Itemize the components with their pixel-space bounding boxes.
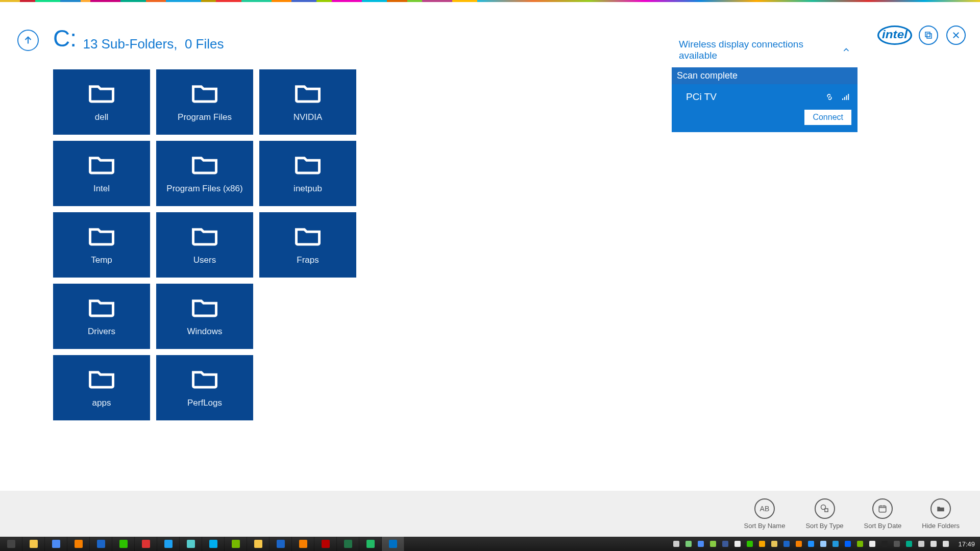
taskbar-app-explorer[interactable] <box>22 537 45 551</box>
tray-nvidia-icon[interactable] <box>856 540 864 548</box>
taskbar-app-tweetdeck[interactable] <box>157 537 180 551</box>
taskbar-app-vlc[interactable] <box>67 537 90 551</box>
taskbar-app-intel-widi[interactable] <box>382 537 404 551</box>
taskbar-app-explorer2[interactable] <box>247 537 270 551</box>
tray-onedrive-icon[interactable] <box>733 540 742 548</box>
folder-icon <box>88 224 115 246</box>
taskbar-app-excel[interactable] <box>337 537 359 551</box>
sort-by-date-label: Sort By Date <box>864 522 902 530</box>
folder-icon <box>294 82 322 103</box>
tray-display-icon[interactable] <box>893 540 901 548</box>
folder-icon <box>294 224 322 246</box>
taskbar-app-wechat[interactable] <box>112 537 135 551</box>
tray-network-icon[interactable] <box>917 540 925 548</box>
widi-device-row[interactable]: PCi TV <box>678 89 851 110</box>
folder-name: inetpub <box>293 184 322 194</box>
file-count: 0 Files <box>185 36 224 52</box>
taskbar-app-start[interactable] <box>0 537 22 551</box>
folder-tile[interactable]: Program Files <box>156 69 253 135</box>
intel-widi-icon <box>389 540 397 548</box>
taskbar: 17:49 <box>0 537 980 551</box>
folder-name: Program Files (x86) <box>166 184 242 194</box>
copy-icon <box>924 31 933 40</box>
taskbar-app-snagit[interactable] <box>135 537 157 551</box>
connect-button[interactable]: Connect <box>804 110 851 125</box>
folder-tile[interactable]: Drivers <box>53 284 150 349</box>
close-icon <box>951 31 961 40</box>
tray-gfx-icon[interactable] <box>905 540 913 548</box>
tray-safely-remove-icon[interactable] <box>684 540 693 548</box>
folder-name: Intel <box>93 184 110 194</box>
folder-tile[interactable]: Fraps <box>259 212 356 278</box>
folder-grid: dellProgram FilesNVIDIAIntelProgram File… <box>53 69 356 420</box>
tray-dropbox-icon[interactable] <box>844 540 852 548</box>
folder-icon <box>88 296 115 317</box>
tray-processes-icon[interactable] <box>880 540 889 548</box>
nav-up-button[interactable] <box>17 30 39 51</box>
tray-sync-icon[interactable] <box>746 540 754 548</box>
sort-by-date-button[interactable]: Sort By Date <box>864 498 902 530</box>
folder-icon <box>88 153 115 174</box>
hide-folders-button[interactable]: Hide Folders <box>922 498 960 530</box>
folder-tile[interactable]: NVIDIA <box>259 69 356 135</box>
folder-tile[interactable]: Users <box>156 212 253 278</box>
outlook-icon <box>97 540 105 548</box>
multi-window-button[interactable] <box>919 26 938 45</box>
taskbar-app-outlook[interactable] <box>90 537 112 551</box>
folder-tile[interactable]: Intel <box>53 141 150 206</box>
sort-by-name-button[interactable]: AB Sort By Name <box>744 498 785 530</box>
tray-vlc-icon[interactable] <box>795 540 803 548</box>
taskbar-app-vlc2[interactable] <box>292 537 314 551</box>
svg-rect-4 <box>879 506 887 512</box>
folder-name: NVIDIA <box>293 112 323 122</box>
tray-usb-icon[interactable] <box>819 540 827 548</box>
start-icon <box>7 540 15 548</box>
taskbar-app-reader[interactable] <box>314 537 337 551</box>
widi-header[interactable]: Wireless display connections available <box>672 33 857 67</box>
folder-name: Users <box>193 255 216 265</box>
sort-toolbar: AB Sort By Name Sort By Type Sort By Dat… <box>0 491 980 537</box>
folder-name: Drivers <box>88 327 115 337</box>
folder-tile[interactable]: Windows <box>156 284 253 349</box>
drive-letter: C: <box>53 24 77 52</box>
tray-updates-icon[interactable] <box>758 540 766 548</box>
tray-volume-icon[interactable] <box>942 540 950 548</box>
hide-folders-label: Hide Folders <box>922 522 960 530</box>
tray-wifi-icon[interactable] <box>929 540 938 548</box>
tray-monitor-icon[interactable] <box>831 540 840 548</box>
taskbar-app-skype[interactable] <box>202 537 225 551</box>
folder-tile[interactable]: Program Files (x86) <box>156 141 253 206</box>
tray-keyboard-icon[interactable] <box>672 540 680 548</box>
tray-flag-icon[interactable] <box>868 540 876 548</box>
explorer2-icon <box>254 540 262 548</box>
tray-leaf-icon[interactable] <box>709 540 717 548</box>
folder-name: Fraps <box>297 255 318 265</box>
tray-mail-icon[interactable] <box>770 540 778 548</box>
tray-bluetooth-icon[interactable] <box>807 540 815 548</box>
taskbar-app-notepad[interactable] <box>180 537 202 551</box>
tray-outlook-icon[interactable] <box>782 540 791 548</box>
widi-device-name: PCi TV <box>686 91 717 103</box>
taskbar-app-nvidia[interactable] <box>225 537 247 551</box>
folder-tile[interactable]: dell <box>53 69 150 135</box>
tray-facebook-icon[interactable] <box>721 540 729 548</box>
wireless-display-panel: Wireless display connections available S… <box>672 33 857 132</box>
sort-by-type-button[interactable]: Sort By Type <box>805 498 843 530</box>
folder-icon <box>294 153 322 174</box>
close-button[interactable] <box>946 26 966 45</box>
notepad-icon <box>187 540 195 548</box>
folder-tile[interactable]: inetpub <box>259 141 356 206</box>
taskmgr-icon <box>366 540 375 548</box>
taskbar-app-rdp[interactable] <box>270 537 292 551</box>
folder-tile[interactable]: Temp <box>53 212 150 278</box>
taskbar-app-chrome[interactable] <box>45 537 67 551</box>
folder-tile[interactable]: PerfLogs <box>156 355 253 420</box>
subfolder-count: 13 Sub-Folders, <box>83 36 177 52</box>
folder-tile[interactable]: apps <box>53 355 150 420</box>
widi-header-label: Wireless display connections available <box>679 39 842 61</box>
tray-chrome-icon[interactable] <box>697 540 705 548</box>
explorer-icon <box>30 540 38 548</box>
svg-rect-3 <box>825 509 828 512</box>
link-icon <box>825 92 834 102</box>
taskbar-app-taskmgr[interactable] <box>359 537 382 551</box>
